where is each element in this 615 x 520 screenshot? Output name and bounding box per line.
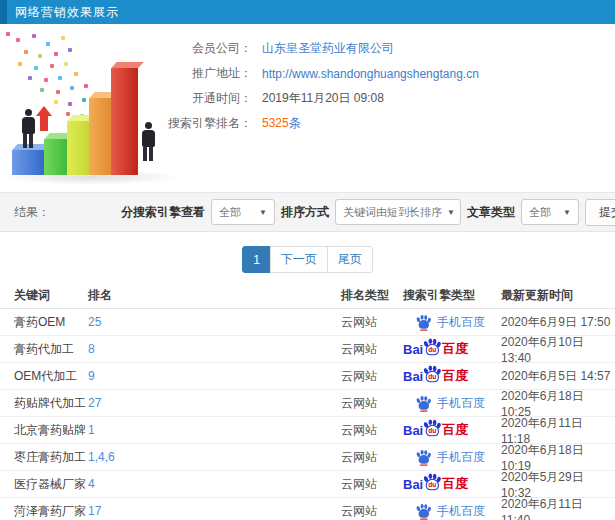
- sort-filter-select[interactable]: 关键词由短到长排序▼: [335, 199, 461, 225]
- rank-type-cell: 云网站: [341, 314, 403, 331]
- mobile-baidu-paw-icon: [415, 503, 432, 520]
- next-page-button[interactable]: 下一页: [270, 246, 328, 273]
- type-filter-label: 文章类型: [467, 204, 515, 221]
- table-header-row: 关键词 排名 排名类型 搜索引擎类型 最新更新时间: [0, 282, 615, 309]
- mobile-baidu-badge: 手机百度: [415, 449, 485, 466]
- member-info-list: 会员公司： 山东皇圣堂药业有限公司 推广地址： http://www.shand…: [160, 36, 479, 136]
- rank-link[interactable]: 8: [88, 342, 341, 356]
- baidu-logo: Bai du 百度: [403, 338, 468, 360]
- baidu-paw-icon: du: [422, 419, 442, 437]
- open-time-label: 开通时间：: [160, 90, 252, 107]
- engine-cell: 手机百度: [403, 395, 501, 412]
- keyword-cell: 菏泽膏药厂家: [0, 503, 88, 520]
- engine-cell: Bai du 百度: [403, 419, 501, 441]
- baidu-logo: Bai du 百度: [403, 419, 468, 441]
- table-row: 枣庄膏药加工 1,4,6 云网站 手机百度 2020年6月18日 10:19: [0, 444, 615, 471]
- keyword-cell: 药贴牌代加工: [0, 395, 88, 412]
- filter-controls: 分搜索引擎查看 全部▼ 排序方式 关键词由短到长排序▼ 文章类型 全部▼ 提交: [121, 199, 615, 226]
- businessman-figure-left: [20, 109, 36, 148]
- table-row: 菏泽膏药厂家 17 云网站 手机百度 2020年6月11日 11:40: [0, 498, 615, 520]
- table-row: OEM代加工 9 云网站 Bai du 百度 2020年6月5日 14:57: [0, 363, 615, 390]
- baidu-logo: Bai du 百度: [403, 365, 468, 387]
- pagination: 1 下一页 尾页: [0, 246, 615, 273]
- open-time-value: 2019年11月20日 09:08: [262, 90, 384, 107]
- businessman-figure-right: [140, 122, 156, 161]
- rank-link[interactable]: 25: [88, 315, 341, 329]
- baidu-paw-icon: du: [422, 338, 442, 356]
- growth-arrow-icon: [36, 106, 52, 131]
- title-bar-accent: [0, 0, 7, 24]
- baidu-paw-icon: du: [422, 365, 442, 383]
- ranking-count-value: 5325条: [262, 115, 301, 132]
- table-row: 北京膏药贴牌 1 云网站 Bai du 百度 2020年6月11日 11:18: [0, 417, 615, 444]
- header-update-time: 最新更新时间: [501, 287, 615, 304]
- svg-text:du: du: [428, 427, 436, 434]
- svg-text:du: du: [428, 346, 436, 353]
- info-row-url: 推广地址： http://www.shandonghuangshengtang.…: [160, 61, 479, 86]
- table-row: 医疗器械厂家 4 云网站 Bai du 百度 2020年5月29日 10:32: [0, 471, 615, 498]
- keyword-cell: 医疗器械厂家: [0, 476, 88, 493]
- header-rank: 排名: [88, 287, 341, 304]
- keyword-cell: 北京膏药贴牌: [0, 422, 88, 439]
- rank-link[interactable]: 27: [88, 396, 341, 410]
- company-label: 会员公司：: [160, 40, 252, 57]
- table-row: 药贴牌代加工 27 云网站 手机百度 2020年6月18日 10:25: [0, 390, 615, 417]
- member-info-section: 会员公司： 山东皇圣堂药业有限公司 推广地址： http://www.shand…: [0, 24, 615, 192]
- keyword-cell: 枣庄膏药加工: [0, 449, 88, 466]
- submit-button[interactable]: 提交: [585, 199, 615, 226]
- engine-cell: Bai du 百度: [403, 338, 501, 360]
- table-row: 膏药代加工 8 云网站 Bai du 百度 2020年6月10日 13:40: [0, 336, 615, 363]
- update-time-cell: 2020年6月11日 11:40: [501, 496, 615, 520]
- mobile-baidu-paw-icon: [415, 395, 432, 412]
- confetti-decoration: [6, 32, 10, 36]
- ranking-count-label: 搜索引擎排名：: [160, 115, 252, 132]
- chevron-down-icon: ▼: [259, 208, 267, 217]
- company-link[interactable]: 山东皇圣堂药业有限公司: [262, 40, 394, 57]
- update-time-cell: 2020年6月9日 17:50: [501, 314, 615, 331]
- rank-link[interactable]: 4: [88, 477, 341, 491]
- update-time-cell: 2020年6月5日 14:57: [501, 368, 615, 385]
- rank-type-cell: 云网站: [341, 422, 403, 439]
- header-rank-type: 排名类型: [341, 287, 403, 304]
- rank-link[interactable]: 17: [88, 504, 341, 518]
- type-filter-select[interactable]: 全部▼: [521, 199, 579, 225]
- engine-cell: Bai du 百度: [403, 365, 501, 387]
- mobile-baidu-badge: 手机百度: [415, 395, 485, 412]
- keyword-cell: 膏药OEM: [0, 314, 88, 331]
- rank-type-cell: 云网站: [341, 341, 403, 358]
- sort-filter-label: 排序方式: [281, 204, 329, 221]
- svg-text:du: du: [428, 481, 436, 488]
- mobile-baidu-paw-icon: [415, 314, 432, 331]
- baidu-paw-icon: du: [422, 473, 442, 491]
- illustration-bar-5: [111, 68, 138, 175]
- header-engine-type: 搜索引擎类型: [403, 287, 501, 304]
- engine-filter-select[interactable]: 全部▼: [211, 199, 275, 225]
- last-page-button[interactable]: 尾页: [327, 246, 373, 273]
- rank-link[interactable]: 9: [88, 369, 341, 383]
- rank-link[interactable]: 1: [88, 423, 341, 437]
- engine-cell: Bai du 百度: [403, 473, 501, 495]
- illustration-bar-1: [12, 150, 47, 175]
- baidu-logo: Bai du 百度: [403, 473, 468, 495]
- rank-type-cell: 云网站: [341, 368, 403, 385]
- chevron-down-icon: ▼: [563, 208, 571, 217]
- keyword-cell: OEM代加工: [0, 368, 88, 385]
- page-1-button[interactable]: 1: [242, 246, 271, 273]
- page-title: 网络营销效果展示: [15, 4, 119, 21]
- engine-cell: 手机百度: [403, 314, 501, 331]
- table-body: 膏药OEM 25 云网站 手机百度 2020年6月9日 17:50 膏药代加工 …: [0, 309, 615, 520]
- chevron-down-icon: ▼: [447, 208, 455, 217]
- update-time-cell: 2020年6月10日 13:40: [501, 334, 615, 365]
- engine-cell: 手机百度: [403, 503, 501, 520]
- keyword-cell: 膏药代加工: [0, 341, 88, 358]
- ranking-table: 关键词 排名 排名类型 搜索引擎类型 最新更新时间 膏药OEM 25 云网站 手…: [0, 282, 615, 520]
- info-row-company: 会员公司： 山东皇圣堂药业有限公司: [160, 36, 479, 61]
- rank-link[interactable]: 1,4,6: [88, 450, 341, 464]
- svg-text:du: du: [428, 373, 436, 380]
- rank-type-cell: 云网站: [341, 476, 403, 493]
- mobile-baidu-badge: 手机百度: [415, 314, 485, 331]
- title-bar: 网络营销效果展示: [0, 0, 615, 24]
- rank-type-cell: 云网站: [341, 449, 403, 466]
- promo-url-link[interactable]: http://www.shandonghuangshengtang.cn: [262, 67, 479, 81]
- engine-filter-label: 分搜索引擎查看: [121, 204, 205, 221]
